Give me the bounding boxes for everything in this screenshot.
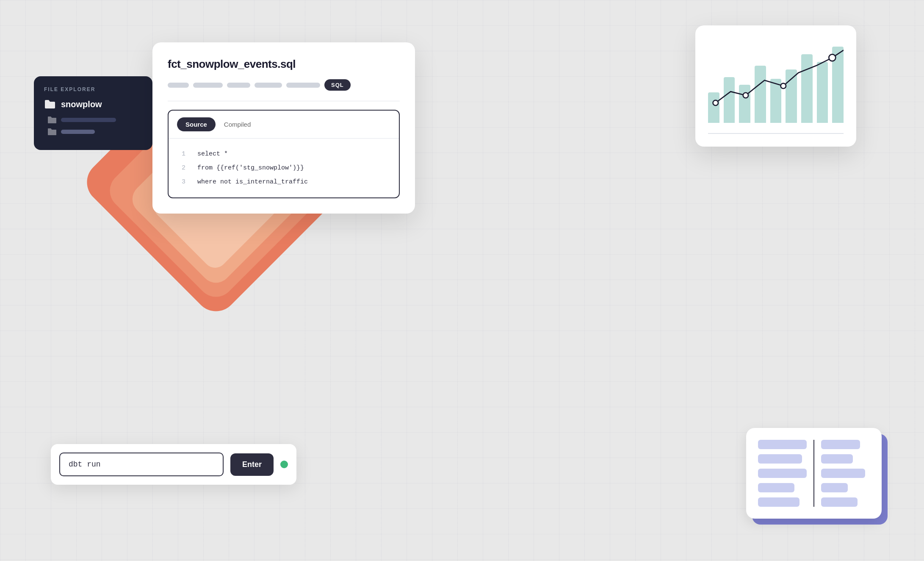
sql-badge: SQL	[324, 79, 351, 91]
table-row-bar-r2	[821, 454, 853, 464]
main-folder: snowplow	[44, 99, 142, 109]
sql-editor-card: fct_snowplow_events.sql SQL Source Compi…	[152, 42, 415, 214]
code-view-panel: Source Compiled 1 select * 2 from {{ref(…	[168, 110, 400, 198]
folder-bar-1	[61, 118, 116, 122]
code-line-2: 2 from {{ref('stg_snowplow')}}	[179, 161, 389, 175]
code-line-3: 3 where not is_internal_traffic	[179, 175, 389, 189]
table-row-bar-r1	[821, 440, 860, 449]
sub-folder-2	[47, 128, 142, 136]
table-row-bar-l2	[758, 454, 802, 464]
folder-bar-2	[61, 130, 95, 134]
chart-card	[695, 25, 856, 147]
table-row-bar-l1	[758, 440, 807, 449]
toolbar-pill-5	[286, 83, 320, 88]
table-row-bar-l3	[758, 469, 807, 478]
code-text-3: where not is_internal_traffic	[197, 178, 308, 186]
toolbar-pill-1	[168, 83, 189, 88]
code-text-1: select *	[197, 150, 228, 158]
line-num-2: 2	[179, 164, 185, 172]
chart-area	[708, 38, 844, 131]
chart-divider	[708, 133, 844, 134]
table-content	[758, 440, 870, 507]
table-row-bar-r4	[821, 483, 848, 492]
table-col-right	[821, 440, 870, 507]
chart-point-2	[743, 93, 748, 98]
table-row-bar-l4	[758, 483, 794, 492]
main-folder-name: snowplow	[61, 100, 102, 109]
table-card-wrapper	[746, 428, 882, 519]
table-col-left	[758, 440, 807, 507]
line-num-3: 3	[179, 178, 185, 186]
toolbar-pill-4	[255, 83, 282, 88]
table-vertical-divider	[813, 440, 814, 507]
code-text-2: from {{ref('stg_snowplow')}}	[197, 164, 304, 172]
chart-point-1	[713, 100, 718, 106]
table-row-bar-r5	[821, 497, 858, 507]
status-dot	[280, 461, 288, 468]
file-explorer-card: FILE EXPLORER snowplow	[34, 76, 152, 150]
line-num-1: 1	[179, 150, 185, 158]
sql-file-title: fct_snowplow_events.sql	[168, 58, 400, 71]
table-card	[746, 428, 882, 519]
terminal-card: Enter	[51, 444, 296, 485]
toolbar-pill-3	[227, 83, 250, 88]
code-line-1: 1 select *	[179, 147, 389, 161]
table-row-bar-r3	[821, 469, 865, 478]
card-divider	[168, 101, 400, 101]
chart-line-svg	[708, 38, 844, 119]
enter-button[interactable]: Enter	[230, 453, 274, 476]
folder-icon-main	[44, 99, 56, 109]
toolbar-pill-2	[193, 83, 223, 88]
code-body: 1 select * 2 from {{ref('stg_snowplow')}…	[169, 139, 399, 197]
table-row-bar-l5	[758, 497, 800, 507]
chart-point-4	[829, 54, 835, 61]
code-tabs: Source Compiled	[169, 111, 399, 139]
chart-point-3	[781, 83, 786, 89]
folder-icon-sub1	[47, 116, 57, 124]
sub-folder-1	[47, 116, 142, 124]
tab-source[interactable]: Source	[177, 117, 216, 131]
file-explorer-title: FILE EXPLORER	[44, 86, 142, 92]
terminal-input[interactable]	[59, 453, 224, 476]
tab-compiled[interactable]: Compiled	[224, 121, 251, 128]
toolbar-pills: SQL	[168, 79, 400, 91]
folder-icon-sub2	[47, 128, 57, 136]
